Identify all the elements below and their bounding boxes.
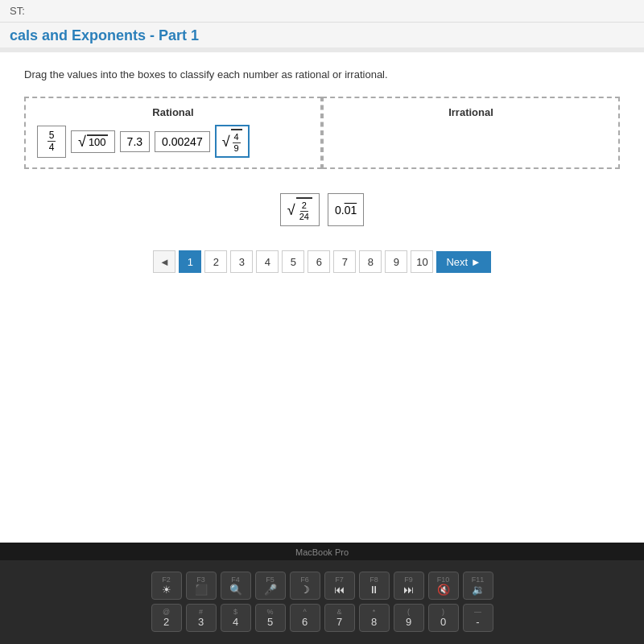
key-f9[interactable]: F9 ⏭ <box>394 572 424 600</box>
key-f4[interactable]: F4 🔍 <box>221 572 251 600</box>
top-bar: ST: <box>0 0 644 23</box>
page-btn-4[interactable]: 4 <box>256 250 279 273</box>
classify-container: Rational 5 4 √ 100 <box>24 97 620 169</box>
key-f2[interactable]: F2 ☀ <box>151 572 182 600</box>
prefix-label: ST: <box>10 5 25 17</box>
rational-section[interactable]: Rational 5 4 √ 100 <box>24 97 322 169</box>
page-btn-10[interactable]: 10 <box>411 250 433 273</box>
key-3[interactable]: # 3 <box>186 604 217 632</box>
key-9[interactable]: ( 9 <box>394 604 424 632</box>
irrational-section[interactable]: Irrational <box>322 97 620 169</box>
page-title: cals and Exponents - Part 1 <box>0 23 644 47</box>
page-btn-5[interactable]: 5 <box>282 250 304 273</box>
key-5[interactable]: % 5 <box>255 604 286 632</box>
irrational-label: Irrational <box>335 106 607 118</box>
key-8[interactable]: * 8 <box>359 604 390 632</box>
key-f3[interactable]: F3 ⬛ <box>186 572 217 600</box>
content-area: Drag the values into the boxes to classi… <box>0 52 644 543</box>
prev-page-button[interactable]: ◄ <box>153 250 175 273</box>
keyboard-area: F2 ☀ F3 ⬛ F4 🔍 F5 🎤 F6 ☽ F7 ⏮ <box>0 560 644 644</box>
item-sqrt-frac-2-24[interactable]: √ 2 24 <box>280 193 320 226</box>
next-button[interactable]: Next ► <box>436 251 490 273</box>
instructions: Drag the values into the boxes to classi… <box>24 68 620 80</box>
pagination: ◄ 1 2 3 4 5 6 7 8 9 10 Next ► <box>24 250 620 273</box>
rational-label: Rational <box>37 106 309 118</box>
key-f6[interactable]: F6 ☽ <box>290 572 320 600</box>
page-btn-6[interactable]: 6 <box>308 250 330 273</box>
rational-items-row: 5 4 √ 100 7.3 <box>37 125 309 158</box>
key-7[interactable]: & 7 <box>324 604 355 632</box>
key-2[interactable]: @ 2 <box>151 604 182 632</box>
macbook-label: MacBook Pro <box>0 543 644 560</box>
page-btn-8[interactable]: 8 <box>359 250 382 273</box>
key-f7[interactable]: F7 ⏮ <box>324 572 355 600</box>
page-btn-1[interactable]: 1 <box>179 250 201 273</box>
item-frac-5-4[interactable]: 5 4 <box>37 126 66 158</box>
key-f11[interactable]: F11 🔉 <box>463 572 493 600</box>
key-f8[interactable]: F8 ⏸ <box>359 572 390 600</box>
page-btn-2[interactable]: 2 <box>204 250 227 273</box>
item-0.00247[interactable]: 0.00247 <box>155 131 210 152</box>
key-minus[interactable]: — - <box>463 604 493 632</box>
fraction-5-4: 5 4 <box>47 130 56 154</box>
page-btn-3[interactable]: 3 <box>230 250 253 273</box>
item-sqrt-100[interactable]: √ 100 <box>71 130 115 153</box>
key-f5[interactable]: F5 🎤 <box>255 572 286 600</box>
page-btn-9[interactable]: 9 <box>385 250 407 273</box>
key-f10[interactable]: F10 🔇 <box>428 572 459 600</box>
page-btn-7[interactable]: 7 <box>333 250 356 273</box>
key-0[interactable]: ) 0 <box>428 604 459 632</box>
item-0.01-repeating[interactable]: 0.01 <box>328 193 364 226</box>
keyboard-num-row: @ 2 # 3 $ 4 % 5 ^ 6 & 7 <box>8 604 636 632</box>
key-6[interactable]: ^ 6 <box>290 604 320 632</box>
keyboard-fn-row: F2 ☀ F3 ⬛ F4 🔍 F5 🎤 F6 ☽ F7 ⏮ <box>8 572 636 600</box>
extra-values: √ 2 24 0.01 <box>24 193 620 226</box>
item-7.3[interactable]: 7.3 <box>120 131 150 152</box>
key-4[interactable]: $ 4 <box>221 604 251 632</box>
item-sqrt-frac-4-9[interactable]: √ 4 9 <box>215 125 250 158</box>
